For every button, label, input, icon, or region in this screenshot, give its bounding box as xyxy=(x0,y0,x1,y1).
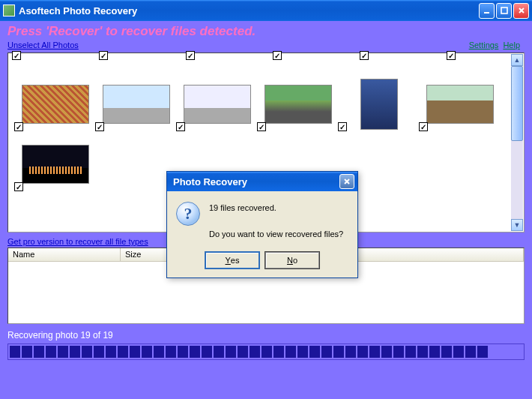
recovery-dialog: Photo Recovery ? 19 files recovered. Do … xyxy=(166,171,358,278)
minimize-button[interactable] xyxy=(479,3,495,19)
dialog-body: ? 19 files recovered. Do you want to vie… xyxy=(167,191,357,278)
help-link[interactable]: Help xyxy=(503,40,520,50)
column-check[interactable] xyxy=(273,51,282,60)
client-area: Press 'Recover' to recover files detecte… xyxy=(0,21,532,399)
scroll-down-icon[interactable]: ▼ xyxy=(511,219,523,231)
dialog-line1: 19 files recovered. xyxy=(209,202,343,215)
photo-thumb[interactable] xyxy=(345,85,413,124)
column-check[interactable] xyxy=(447,51,456,60)
photo-check[interactable] xyxy=(95,122,104,131)
maximize-button[interactable] xyxy=(496,3,512,19)
thumbnail-header-checks xyxy=(7,51,525,60)
dialog-close-button[interactable] xyxy=(339,174,354,189)
photo-thumb[interactable] xyxy=(265,85,332,124)
settings-link[interactable]: Settings xyxy=(469,40,499,50)
unselect-all-link[interactable]: Unselect All Photos xyxy=(7,40,79,50)
window-title: Asoftech Photo Recovery xyxy=(19,5,477,16)
no-label: N xyxy=(287,256,293,265)
link-bar: Unselect All Photos Settings Help xyxy=(7,40,525,50)
photo-check[interactable] xyxy=(14,182,23,191)
status-text: Recovering photo 19 of 19 xyxy=(7,330,525,340)
photo-check[interactable] xyxy=(176,122,185,131)
photo-check[interactable] xyxy=(14,122,23,131)
column-check[interactable] xyxy=(12,51,21,60)
photo-check[interactable] xyxy=(419,122,428,131)
yes-label: Y xyxy=(226,256,231,265)
no-button[interactable]: No xyxy=(265,252,319,268)
pro-version-link[interactable]: Get pro version to recover all file type… xyxy=(7,237,148,246)
column-check[interactable] xyxy=(99,51,108,60)
column-name[interactable]: Name xyxy=(8,248,121,261)
app-icon xyxy=(3,4,15,16)
photo-check[interactable] xyxy=(338,122,347,131)
photo-check[interactable] xyxy=(257,122,266,131)
dialog-text: 19 files recovered. Do you want to view … xyxy=(209,202,343,242)
photo-thumb[interactable] xyxy=(184,85,251,124)
instruction-text: Press 'Recover' to recover files detecte… xyxy=(7,24,525,39)
dialog-line2: Do you want to view recovered files? xyxy=(209,228,343,242)
yes-button[interactable]: Yes xyxy=(205,252,259,268)
photo-thumb[interactable] xyxy=(22,85,89,124)
dialog-title: Photo Recovery xyxy=(173,176,339,188)
column-check[interactable] xyxy=(186,51,195,60)
svg-rect-1 xyxy=(501,8,507,14)
dialog-titlebar[interactable]: Photo Recovery xyxy=(167,172,357,191)
scroll-handle[interactable] xyxy=(511,66,523,141)
column-spacer xyxy=(345,248,524,261)
photo-thumb[interactable] xyxy=(426,85,494,124)
photo-thumb[interactable] xyxy=(22,145,89,184)
question-icon: ? xyxy=(176,202,200,226)
titlebar: Asoftech Photo Recovery xyxy=(0,0,532,21)
svg-rect-0 xyxy=(484,12,489,14)
thumbnail-scrollbar[interactable]: ▲ ▼ xyxy=(511,54,523,231)
column-check[interactable] xyxy=(360,51,369,60)
photo-thumb[interactable] xyxy=(103,85,170,124)
close-button[interactable] xyxy=(513,3,529,19)
progress-bar xyxy=(7,344,525,360)
